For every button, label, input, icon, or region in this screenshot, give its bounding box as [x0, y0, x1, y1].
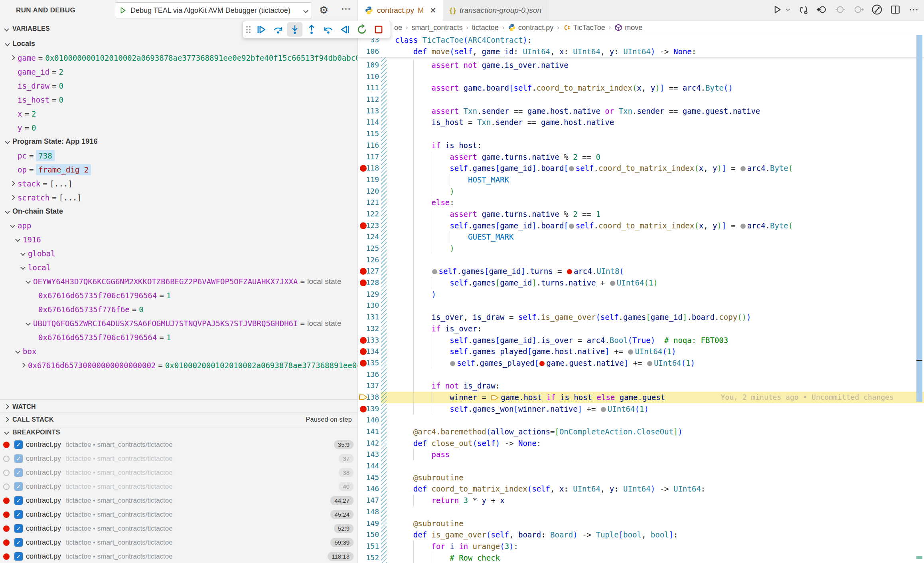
run-dropdown-icon[interactable] — [784, 3, 792, 16]
line-number[interactable]: 110 — [361, 71, 379, 83]
chevron-down-icon[interactable] — [26, 279, 31, 284]
line-number[interactable]: 149 — [361, 518, 379, 529]
breakpoint-row[interactable]: ✓contract.pytictactoe • smart_contracts/… — [0, 549, 357, 563]
chevron-down-icon[interactable] — [5, 209, 10, 214]
line-number[interactable]: 117 — [361, 151, 379, 163]
breakpoint-row[interactable]: ✓contract.pytictactoe • smart_contracts/… — [0, 480, 357, 494]
variable-row[interactable]: 1916 — [0, 232, 357, 246]
restart-button[interactable] — [354, 22, 369, 37]
variable-row[interactable]: op=frame_dig 2 — [0, 163, 357, 176]
line-number[interactable]: 119 — [361, 174, 379, 186]
line-number[interactable]: 146 — [361, 483, 379, 495]
variables-scope-row[interactable]: On-chain State — [0, 204, 357, 218]
line-number[interactable]: 150 — [361, 529, 379, 541]
inline-breakpoint-icon[interactable] — [567, 269, 572, 274]
line-number[interactable]: 152 — [361, 552, 379, 563]
chevron-down-icon[interactable] — [10, 223, 15, 228]
chevron-right-icon[interactable] — [10, 55, 15, 60]
reverse-continue-button[interactable] — [338, 22, 353, 37]
sync-changes-icon[interactable] — [797, 3, 810, 16]
breakpoint-row[interactable]: ✓contract.pytictactoe • smart_contracts/… — [0, 535, 357, 549]
line-number[interactable]: 116 — [361, 140, 379, 151]
line-number[interactable]: 109 — [361, 59, 379, 71]
breakpoint-row[interactable]: ✓contract.pytictactoe • smart_contracts/… — [0, 452, 357, 466]
breadcrumb-item[interactable]: move — [614, 24, 642, 32]
variable-row[interactable]: is_draw=0 — [0, 79, 357, 93]
watch-section-header[interactable]: WATCH — [0, 399, 357, 414]
split-editor-icon[interactable] — [889, 3, 902, 16]
line-number[interactable]: 151 — [361, 541, 379, 552]
line-number[interactable]: 114 — [361, 117, 379, 128]
inline-breakpoint-candidate-icon[interactable] — [628, 349, 633, 355]
stop-button[interactable] — [371, 22, 386, 37]
line-number[interactable]: 123 — [361, 220, 379, 232]
breakpoint-checkbox[interactable]: ✓ — [14, 524, 23, 533]
navigate-forward-icon[interactable] — [852, 3, 865, 16]
variable-row[interactable]: 0x67616d65735f776f6e=0 — [0, 302, 357, 316]
breakpoint-row[interactable]: ✓contract.pytictactoe • smart_contracts/… — [0, 466, 357, 480]
breakpoint-row[interactable]: ✓contract.pytictactoe • smart_contracts/… — [0, 438, 357, 452]
line-number[interactable]: 124 — [361, 231, 379, 243]
line-number[interactable]: 138 — [361, 392, 379, 403]
variable-row[interactable]: OEYWY64H3D7QK6KCGG6NM2XKKOTZB6BEGZ2P6VAW… — [0, 274, 357, 288]
start-debug-icon[interactable] — [119, 6, 126, 14]
chevron-down-icon[interactable] — [26, 321, 31, 326]
line-number[interactable]: 133 — [361, 335, 379, 346]
line-number[interactable]: 120 — [361, 186, 379, 197]
breakpoint-checkbox[interactable]: ✓ — [14, 552, 23, 561]
continue-button[interactable] — [254, 22, 269, 37]
line-number[interactable]: 122 — [361, 208, 379, 220]
call-stack-section-header[interactable]: CALL STACK Paused on step — [0, 412, 357, 426]
breakpoint-row[interactable]: ✓contract.pytictactoe • smart_contracts/… — [0, 521, 357, 535]
inline-breakpoint-candidate-icon[interactable] — [601, 407, 606, 412]
line-number[interactable]: 137 — [361, 380, 379, 392]
variable-row[interactable]: x=2 — [0, 107, 357, 121]
variable-row[interactable]: game=0x010000000102010002a0693878ae37736… — [0, 51, 357, 65]
line-number[interactable]: 111 — [361, 82, 379, 94]
breakpoint-checkbox[interactable]: ✓ — [14, 496, 23, 505]
navigate-previous-icon[interactable] — [834, 3, 847, 16]
variable-row[interactable]: 0x67616d65735f706c61796564=1 — [0, 330, 357, 344]
step-into-button[interactable] — [287, 22, 302, 37]
more-actions-icon[interactable]: ⋯ — [907, 3, 920, 16]
variable-row[interactable]: 0x67616d65735f706c61796564=1 — [0, 288, 357, 302]
breakpoint-row[interactable]: ✓contract.pytictactoe • smart_contracts/… — [0, 494, 357, 507]
inline-breakpoint-candidate-icon[interactable] — [569, 224, 574, 229]
line-number[interactable]: 136 — [361, 369, 379, 381]
variable-row[interactable]: game_id=2 — [0, 65, 357, 79]
line-number[interactable]: 128 — [361, 277, 379, 289]
inline-breakpoint-icon[interactable] — [539, 361, 545, 366]
variable-row[interactable]: is_host=0 — [0, 93, 357, 107]
step-over-button[interactable] — [270, 22, 286, 37]
line-number[interactable]: 127 — [361, 266, 379, 277]
line-number[interactable]: 126 — [361, 254, 379, 266]
line-number[interactable]: 131 — [361, 311, 379, 323]
variable-row[interactable]: global — [0, 246, 357, 260]
line-number[interactable]: 106 — [361, 46, 379, 57]
close-icon[interactable]: ✕ — [430, 6, 436, 15]
breakpoint-checkbox[interactable]: ✓ — [14, 538, 23, 547]
breakpoints-section-header[interactable]: BREAKPOINTS — [0, 425, 357, 439]
inline-breakpoint-candidate-icon[interactable] — [432, 269, 437, 274]
chevron-down-icon[interactable] — [15, 237, 20, 242]
chevron-down-icon[interactable] — [5, 139, 10, 144]
variable-row[interactable]: local — [0, 260, 357, 274]
variables-scope-row[interactable]: Locals — [0, 37, 357, 51]
chevron-right-icon[interactable] — [20, 363, 26, 368]
line-number[interactable]: 115 — [361, 128, 379, 140]
line-number[interactable]: 118 — [361, 163, 379, 174]
graph-icon[interactable] — [871, 3, 883, 16]
line-number[interactable]: 121 — [361, 197, 379, 208]
tab-transaction-group-json[interactable]: { } transaction-group-0.json — [443, 0, 548, 21]
line-number[interactable]: 142 — [361, 438, 379, 449]
inline-breakpoint-candidate-icon[interactable] — [740, 224, 746, 229]
variable-row[interactable]: scratch=[...] — [0, 190, 357, 204]
inline-breakpoint-candidate-icon[interactable] — [450, 361, 455, 366]
variable-row[interactable]: app — [0, 218, 357, 232]
breakpoint-checkbox[interactable]: ✓ — [14, 468, 23, 477]
line-number[interactable]: 143 — [361, 449, 379, 460]
variable-row[interactable]: y=0 — [0, 121, 357, 135]
launch-config-dropdown[interactable]: Debug TEAL via AlgoKit AVM Debugger (tic… — [115, 2, 312, 18]
breakpoint-checkbox[interactable]: ✓ — [14, 482, 23, 491]
line-number[interactable]: 135 — [361, 357, 379, 369]
